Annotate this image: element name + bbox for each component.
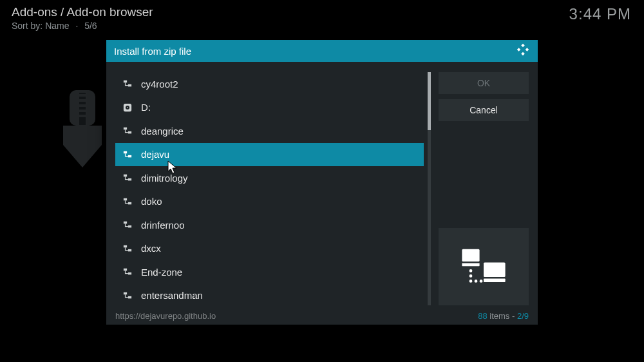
- svg-rect-8: [128, 84, 131, 87]
- ok-button[interactable]: OK: [439, 72, 529, 94]
- list-item[interactable]: deangrice: [115, 119, 424, 143]
- svg-rect-5: [79, 110, 86, 112]
- sort-field[interactable]: Name: [45, 21, 69, 31]
- kodi-logo-icon: [516, 43, 530, 59]
- svg-rect-16: [124, 175, 127, 177]
- svg-rect-17: [128, 178, 131, 181]
- svg-rect-13: [128, 131, 131, 134]
- svg-rect-2: [79, 94, 86, 97]
- list-item-label: dejavu: [141, 149, 169, 160]
- svg-rect-30: [484, 263, 506, 277]
- network-source-icon: [120, 244, 135, 253]
- list-item-label: D:: [141, 102, 151, 113]
- network-source-icon: [120, 267, 135, 276]
- svg-rect-25: [128, 272, 131, 275]
- network-source-icon: [120, 291, 135, 300]
- svg-rect-29: [462, 263, 479, 266]
- list-item-label: dxcx: [141, 243, 161, 254]
- svg-rect-27: [128, 296, 131, 299]
- sort-label: Sort by:: [12, 21, 43, 31]
- dialog-header: Install from zip file: [106, 40, 538, 62]
- svg-rect-23: [128, 249, 131, 252]
- list-item[interactable]: entersandman: [115, 284, 424, 306]
- svg-rect-31: [484, 278, 506, 282]
- network-source-icon: [120, 79, 135, 88]
- svg-point-34: [469, 280, 473, 283]
- svg-rect-28: [462, 249, 479, 262]
- svg-rect-20: [124, 222, 127, 224]
- network-source-icon: [120, 126, 135, 135]
- disk-icon: [120, 103, 135, 112]
- list-item[interactable]: End-zone: [115, 260, 424, 284]
- svg-point-36: [480, 280, 483, 283]
- list-item-label: End-zone: [141, 267, 182, 278]
- list-item[interactable]: doko: [115, 190, 424, 214]
- list-item-label: drinfernoo: [141, 220, 185, 231]
- network-source-icon: [120, 220, 135, 229]
- list-item[interactable]: drinfernoo: [115, 213, 424, 237]
- footer-path: https://dejavurepo.github.io: [115, 311, 216, 321]
- list-item-label: doko: [141, 196, 162, 207]
- svg-rect-26: [124, 292, 127, 295]
- list-item[interactable]: dejavu: [115, 143, 424, 167]
- source-preview: [439, 228, 529, 305]
- svg-rect-3: [79, 99, 86, 102]
- scrollbar[interactable]: [428, 72, 431, 305]
- svg-point-35: [475, 280, 478, 283]
- svg-point-32: [469, 269, 473, 272]
- svg-rect-7: [124, 81, 127, 83]
- install-zip-background-icon: [50, 90, 115, 170]
- svg-rect-4: [79, 104, 86, 107]
- svg-rect-14: [124, 151, 127, 154]
- dialog-title: Install from zip file: [114, 46, 191, 57]
- list-item[interactable]: dxcx: [115, 237, 424, 261]
- svg-rect-12: [124, 128, 127, 130]
- install-from-zip-dialog: Install from zip file cy4root2D:deangric…: [106, 40, 538, 325]
- list-item-label: dimitrology: [141, 173, 188, 184]
- list-item[interactable]: dimitrology: [115, 166, 424, 190]
- list-position: 5/6: [84, 21, 97, 31]
- svg-rect-6: [79, 115, 86, 117]
- cancel-button[interactable]: Cancel: [439, 99, 529, 121]
- svg-rect-24: [124, 269, 127, 271]
- svg-point-11: [127, 107, 128, 108]
- list-item[interactable]: D:: [115, 96, 424, 120]
- list-item-label: cy4root2: [141, 79, 178, 90]
- footer-position: 2/9: [517, 311, 529, 321]
- separator: ·: [71, 21, 82, 31]
- network-source-icon: [120, 197, 135, 206]
- svg-rect-19: [128, 202, 131, 205]
- network-source-icon: [120, 150, 135, 159]
- network-source-icon: [120, 173, 135, 182]
- clock: 3:44 PM: [569, 5, 631, 23]
- footer-count: 88: [478, 311, 487, 321]
- list-item[interactable]: cy4root2: [115, 72, 424, 96]
- source-list[interactable]: cy4root2D:deangricedejavudimitrologydoko…: [115, 72, 424, 305]
- svg-rect-18: [124, 198, 127, 201]
- scrollbar-thumb[interactable]: [428, 72, 431, 130]
- list-item-label: deangrice: [141, 126, 184, 137]
- list-item-label: entersandman: [141, 290, 203, 301]
- breadcrumb: Add-ons / Add-on browser: [12, 5, 153, 19]
- svg-rect-1: [79, 93, 86, 125]
- svg-rect-15: [128, 155, 131, 158]
- svg-rect-22: [124, 245, 127, 248]
- svg-rect-21: [128, 225, 131, 228]
- svg-point-33: [469, 274, 473, 278]
